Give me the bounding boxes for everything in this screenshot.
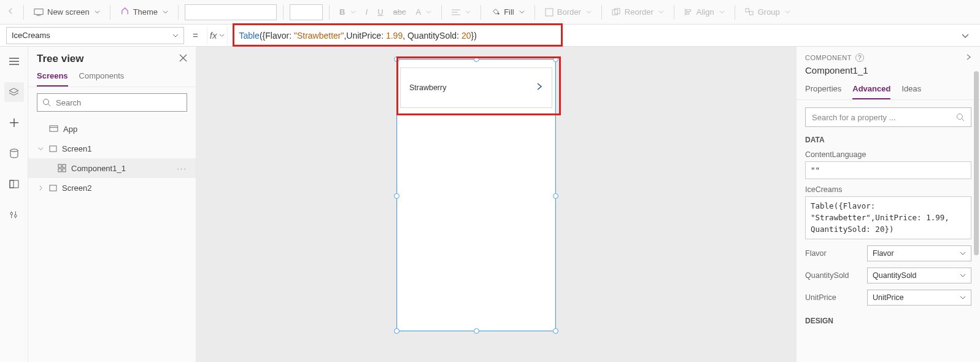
input-contentlanguage[interactable]: "" bbox=[805, 161, 971, 179]
font-size-selector[interactable] bbox=[290, 4, 323, 20]
property-selector-label: IceCreams bbox=[12, 31, 50, 40]
property-search-input[interactable]: Search for a property ... bbox=[805, 107, 971, 127]
tab-components[interactable]: Components bbox=[79, 71, 125, 87]
more-button[interactable]: ··· bbox=[177, 164, 187, 173]
resize-handle[interactable] bbox=[553, 328, 558, 334]
panel-header-label: COMPONENT bbox=[805, 54, 852, 61]
strike-button[interactable]: abc bbox=[390, 5, 410, 19]
svg-line-29 bbox=[48, 104, 51, 107]
search-placeholder: Search bbox=[56, 98, 81, 107]
canvas[interactable]: Strawberry bbox=[196, 47, 796, 362]
insert-rail-button[interactable] bbox=[4, 113, 24, 133]
underline-button[interactable]: U bbox=[374, 5, 387, 19]
resize-handle[interactable] bbox=[394, 328, 399, 334]
svg-rect-33 bbox=[58, 164, 61, 168]
chevron-down-icon bbox=[960, 250, 966, 256]
selected-component-name[interactable]: Component1_1 bbox=[797, 64, 980, 80]
scrollbar-thumb[interactable] bbox=[974, 71, 979, 255]
workspace: Tree view Screens Components Search App bbox=[0, 47, 980, 362]
close-icon[interactable] bbox=[179, 53, 187, 64]
chevron-right-icon[interactable] bbox=[536, 82, 543, 94]
database-icon bbox=[10, 148, 18, 158]
tab-advanced[interactable]: Advanced bbox=[852, 80, 890, 99]
chevron-down-icon bbox=[960, 295, 966, 301]
tree-tabs: Screens Components bbox=[28, 67, 196, 87]
align-button[interactable]: Align bbox=[681, 5, 728, 19]
italic-button[interactable]: I bbox=[362, 5, 372, 19]
svg-point-28 bbox=[44, 99, 49, 105]
left-rail bbox=[0, 47, 28, 362]
new-screen-button[interactable]: New screen bbox=[30, 5, 104, 19]
group-button[interactable]: Group bbox=[741, 5, 794, 19]
treeview-rail-button[interactable] bbox=[4, 82, 24, 102]
tree-item-component1-1[interactable]: Component1_1 ··· bbox=[28, 158, 196, 178]
hamburger-button[interactable] bbox=[4, 52, 24, 71]
reorder-button[interactable]: Reorder bbox=[608, 5, 668, 19]
svg-line-39 bbox=[962, 119, 965, 121]
property-selector[interactable]: IceCreams bbox=[6, 27, 184, 44]
dropdown-quantitysold[interactable]: QuantitySold bbox=[867, 268, 971, 283]
ribbon: New screen Theme B I U abc A bbox=[0, 0, 980, 25]
tree-item-app[interactable]: App bbox=[28, 119, 196, 139]
svg-rect-35 bbox=[58, 169, 61, 172]
chevron-down-icon bbox=[219, 33, 225, 38]
tree-item-screen1[interactable]: Screen1 bbox=[28, 139, 196, 158]
svg-rect-13 bbox=[749, 12, 753, 15]
svg-rect-6 bbox=[546, 9, 553, 16]
svg-rect-20 bbox=[10, 180, 18, 188]
tree-search-input[interactable]: Search bbox=[37, 93, 187, 112]
fill-button[interactable]: Fill bbox=[487, 4, 528, 20]
help-icon[interactable]: ? bbox=[855, 53, 864, 62]
chevron-right-icon[interactable] bbox=[965, 53, 971, 63]
resize-handle[interactable] bbox=[394, 56, 399, 62]
svg-rect-11 bbox=[686, 12, 689, 14]
resize-handle[interactable] bbox=[553, 193, 558, 199]
formula-bar: IceCreams = fx Table({Flavor: "Strawbett… bbox=[0, 25, 980, 47]
properties-panel: COMPONENT ? Component1_1 Properties Adva… bbox=[796, 47, 980, 362]
svg-rect-10 bbox=[686, 10, 690, 12]
border-button[interactable]: Border bbox=[541, 5, 595, 19]
chevron-down-icon bbox=[960, 272, 966, 279]
input-icecreams[interactable]: Table({Flavor: "Strawbetter",UnitPrice: … bbox=[805, 196, 971, 239]
data-rail-button[interactable] bbox=[4, 144, 24, 163]
media-rail-button[interactable] bbox=[4, 174, 24, 194]
label-icecreams: IceCreams bbox=[805, 185, 971, 194]
svg-rect-36 bbox=[63, 169, 66, 172]
bold-button[interactable]: B bbox=[336, 5, 359, 19]
chevron-right-icon[interactable] bbox=[37, 183, 44, 193]
fx-button[interactable]: fx bbox=[207, 27, 228, 44]
chevron-down-icon bbox=[95, 7, 100, 17]
tools-rail-button[interactable] bbox=[4, 205, 24, 225]
tab-screens[interactable]: Screens bbox=[37, 71, 68, 87]
formula-input[interactable]: Table({Flavor: "Strawbetter",UnitPrice: … bbox=[233, 27, 952, 44]
dropdown-flavor[interactable]: Flavor bbox=[867, 245, 971, 261]
resize-handle[interactable] bbox=[474, 56, 479, 62]
gallery-item[interactable]: Strawberry bbox=[400, 67, 552, 108]
tree-list: App Screen1 Component1_1 ··· Screen2 bbox=[28, 118, 196, 199]
svg-rect-7 bbox=[612, 10, 617, 15]
theme-icon bbox=[120, 7, 129, 18]
theme-button[interactable]: Theme bbox=[117, 4, 172, 20]
chevron-down-icon[interactable] bbox=[37, 144, 44, 153]
text-align-button[interactable] bbox=[448, 5, 474, 19]
search-icon bbox=[42, 98, 51, 107]
reorder-icon bbox=[612, 8, 621, 16]
svg-rect-21 bbox=[10, 180, 14, 188]
app-icon bbox=[49, 125, 58, 133]
svg-point-25 bbox=[14, 215, 17, 217]
tree-item-screen2[interactable]: Screen2 bbox=[28, 178, 196, 198]
tab-ideas[interactable]: Ideas bbox=[901, 80, 921, 99]
font-selector[interactable] bbox=[185, 4, 277, 20]
tree-view-title: Tree view bbox=[37, 53, 84, 65]
back-icon[interactable] bbox=[9, 7, 17, 18]
resize-handle[interactable] bbox=[394, 193, 399, 199]
svg-rect-30 bbox=[50, 125, 58, 131]
tab-properties[interactable]: Properties bbox=[805, 80, 841, 99]
scrollbar[interactable] bbox=[973, 47, 979, 362]
resize-handle[interactable] bbox=[474, 328, 479, 334]
font-color-button[interactable]: A bbox=[412, 5, 435, 19]
resize-handle[interactable] bbox=[553, 56, 558, 62]
dropdown-unitprice[interactable]: UnitPrice bbox=[867, 290, 971, 306]
formula-expand-button[interactable] bbox=[957, 31, 974, 40]
theme-label: Theme bbox=[133, 7, 158, 17]
